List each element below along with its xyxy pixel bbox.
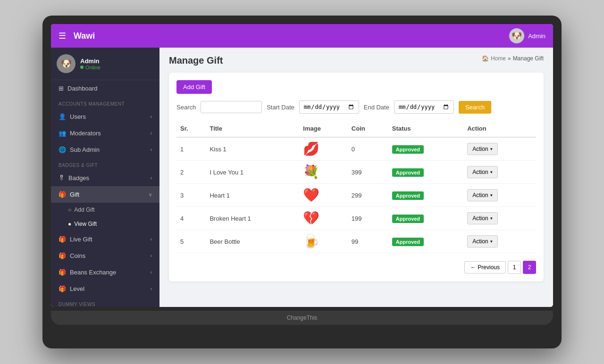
- action-button[interactable]: Action ▾: [467, 189, 497, 201]
- sidebar-user-status: Online: [80, 65, 101, 70]
- end-date-input[interactable]: [394, 100, 454, 114]
- sidebar-username: Admin: [80, 58, 101, 65]
- gifts-table: Sr. Title Image Coin Status Action 1 Kis…: [176, 120, 536, 253]
- cell-title: Kiss 1: [206, 137, 299, 161]
- cell-image: ❤️: [299, 184, 348, 207]
- status-dot-icon: [80, 66, 84, 69]
- table-row: 4 Broken Heart 1 💔 199 Approved Action ▾: [176, 207, 536, 230]
- cell-title: Broken Heart 1: [206, 207, 299, 230]
- coins-icon: 🎁: [59, 252, 66, 259]
- breadcrumb: 🏠 Home » Manage Gift: [482, 55, 544, 62]
- cell-coin: 199: [348, 207, 388, 230]
- table-row: 3 Heart 1 ❤️ 299 Approved Action ▾: [176, 184, 536, 207]
- sidebar-item-moderators[interactable]: 👥 Moderators ‹: [51, 125, 159, 141]
- sidebar-item-badges[interactable]: 🎖 Badges ‹: [51, 170, 159, 186]
- breadcrumb-home[interactable]: Home: [491, 55, 506, 62]
- chevron-right-icon: ‹: [151, 237, 152, 242]
- dummy-section-label: Dummy Views: [51, 297, 159, 307]
- users-icon: 👤: [59, 113, 66, 120]
- table-row: 1 Kiss 1 💋 0 Approved Action ▾: [176, 137, 536, 161]
- sidebar-item-level[interactable]: 🎁 Level ‹: [51, 281, 159, 297]
- caret-icon: ▾: [490, 147, 493, 151]
- sidebar-item-beans-exchange[interactable]: 🎁 Beans Exchange ‹: [51, 264, 159, 281]
- caret-icon: ▾: [490, 193, 493, 198]
- admin-name: Admin: [528, 33, 545, 40]
- page-title: Manage Gift: [169, 55, 223, 66]
- sidebar-user-avatar: 🐶: [57, 54, 76, 73]
- cell-coin: 99: [348, 230, 388, 253]
- start-date-input[interactable]: [299, 100, 359, 114]
- cell-status: Approved: [388, 207, 463, 230]
- table-row: 2 I Love You 1 💐 399 Approved Action ▾: [176, 161, 536, 184]
- action-label: Action: [472, 215, 488, 222]
- top-nav: ☰ Wawi 🐶 Admin: [51, 24, 553, 48]
- beans-icon: 🎁: [59, 269, 66, 276]
- cell-sr: 4: [176, 207, 206, 230]
- sidebar-sub-item-view-gift[interactable]: ● View Gift: [51, 217, 159, 231]
- cell-coin: 0: [348, 137, 388, 161]
- sidebar-sub-item-add-gift[interactable]: ○ Add Gift: [51, 203, 159, 217]
- cell-action: Action ▾: [463, 137, 536, 161]
- cell-image: 💋: [299, 137, 348, 161]
- page-2-button[interactable]: 2: [523, 261, 536, 274]
- action-button[interactable]: Action ▾: [467, 143, 497, 155]
- pagination: ← Previous 1 2: [176, 261, 536, 274]
- cell-image: 🍺: [299, 230, 348, 253]
- col-image: Image: [299, 120, 348, 137]
- hamburger-icon[interactable]: ☰: [59, 31, 66, 41]
- sidebar: 🐶 Admin Online ⊞ Dashboard: [51, 48, 159, 307]
- search-button[interactable]: Search: [459, 101, 491, 114]
- sidebar-item-sub-admin[interactable]: 🌐 Sub Admin ‹: [51, 141, 159, 158]
- laptop-brand: ChangeThis: [51, 311, 553, 325]
- sidebar-item-label: Dashboard: [67, 85, 98, 92]
- search-bar: Search Start Date End Date Search: [176, 100, 536, 114]
- admin-info: 🐶 Admin: [509, 28, 545, 43]
- circle-filled-icon: ●: [68, 221, 71, 227]
- cell-status: Approved: [388, 230, 463, 253]
- sidebar-item-label: Beans Exchange: [70, 269, 116, 276]
- action-button[interactable]: Action ▾: [467, 212, 497, 224]
- chevron-down-icon: ∨: [149, 192, 152, 197]
- chevron-right-icon: ‹: [151, 286, 152, 291]
- cell-title: I Love You 1: [206, 161, 299, 184]
- col-coin: Coin: [348, 120, 388, 137]
- add-gift-button[interactable]: Add Gift: [176, 80, 212, 94]
- chevron-right-icon: ‹: [151, 253, 152, 258]
- sidebar-item-live-gift[interactable]: 🎁 Live Gift ‹: [51, 231, 159, 248]
- col-sr: Sr.: [176, 120, 206, 137]
- cell-coin: 399: [348, 161, 388, 184]
- accounts-section-label: ACCOUNTS MANAGEMENT: [51, 97, 159, 108]
- prev-page-button[interactable]: ← Previous: [464, 261, 506, 273]
- sidebar-item-label: Gift: [70, 191, 79, 198]
- caret-icon: ▾: [490, 216, 493, 221]
- sidebar-item-label: Coins: [70, 252, 85, 259]
- brand-name: Wawi: [74, 31, 95, 41]
- sidebar-item-dashboard[interactable]: ⊞ Dashboard: [51, 80, 159, 97]
- main-content: Manage Gift 🏠 Home » Manage Gift Add Gif…: [159, 48, 553, 307]
- live-gift-icon: 🎁: [59, 236, 66, 243]
- sidebar-item-coins[interactable]: 🎁 Coins ‹: [51, 248, 159, 264]
- cell-status: Approved: [388, 137, 463, 161]
- cell-sr: 5: [176, 230, 206, 253]
- chevron-right-icon: ‹: [151, 147, 152, 152]
- action-button[interactable]: Action ▾: [467, 235, 497, 248]
- action-button[interactable]: Action ▾: [467, 166, 497, 178]
- sidebar-item-gift[interactable]: 🎁 Gift ∨: [51, 186, 159, 203]
- cell-image: 💐: [299, 161, 348, 184]
- cell-action: Action ▾: [463, 207, 536, 230]
- cell-sr: 3: [176, 184, 206, 207]
- page-1-button[interactable]: 1: [508, 261, 521, 274]
- laptop-frame: ☰ Wawi 🐶 Admin 🐶 Admin: [42, 16, 562, 348]
- cell-action: Action ▾: [463, 230, 536, 253]
- sidebar-item-label: Users: [70, 113, 86, 120]
- breadcrumb-current: Manage Gift: [513, 55, 544, 62]
- sub-admin-icon: 🌐: [59, 146, 66, 153]
- sidebar-item-users[interactable]: 👤 Users ‹: [51, 108, 159, 125]
- gift-icon: 🎁: [59, 191, 66, 198]
- search-input[interactable]: [201, 101, 262, 113]
- level-icon: 🎁: [59, 285, 66, 292]
- dashboard-icon: ⊞: [59, 85, 64, 92]
- action-label: Action: [472, 169, 488, 175]
- cell-sr: 1: [176, 137, 206, 161]
- status-badge: Approved: [392, 145, 424, 154]
